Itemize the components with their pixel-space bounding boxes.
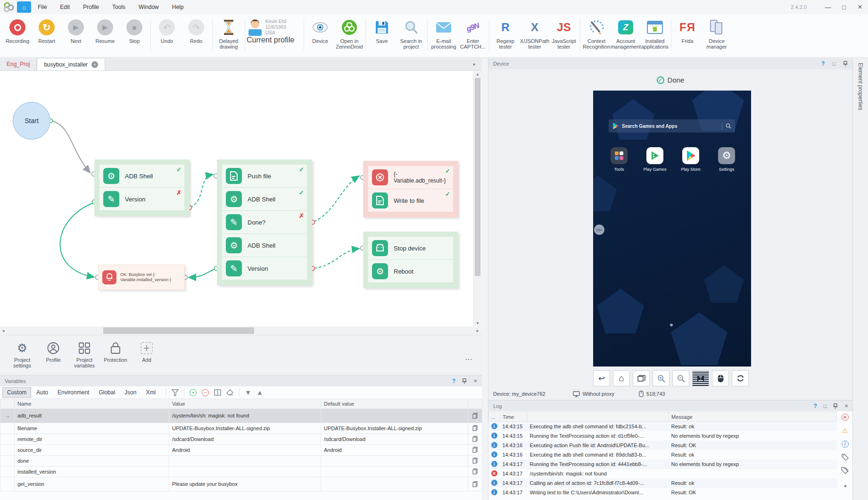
log-row[interactable]: i 14:43:17Writing text to file C:\Users\… (489, 488, 837, 497)
tab-xml[interactable]: Xml (141, 388, 160, 397)
installed-applications-button[interactable]: Installed applications (640, 18, 670, 50)
menu-edit[interactable]: Edit (53, 4, 76, 10)
log-row[interactable]: i 14:43:16Executing the adb shell comman… (489, 450, 837, 459)
maximize-panel-icon[interactable]: □ (832, 61, 835, 67)
scroll-up-icon[interactable]: ▲ (474, 71, 481, 77)
flow-node-write-to-file[interactable]: Write to file ✓ (368, 189, 453, 212)
pin-icon[interactable] (843, 61, 848, 67)
log-row[interactable]: i 14:43:15Executing the adb shell comman… (489, 422, 837, 431)
variable-row-source-dir[interactable]: source_dir AndroidAndroid (0, 444, 482, 455)
log-column-message[interactable]: Message (669, 412, 837, 422)
copy-icon[interactable] (468, 444, 482, 455)
flow-node-adb-shell[interactable]: ⚙ ADB Shell ✓ (99, 165, 184, 188)
back-button[interactable]: ↩ (593, 370, 610, 386)
remove-variable-icon[interactable]: − (202, 389, 209, 396)
next-button[interactable]: ▶ Next (61, 18, 91, 44)
filter-info-icon[interactable]: i (842, 441, 849, 448)
home-button[interactable]: ⌂ (17, 1, 31, 13)
filter-icon[interactable] (172, 389, 179, 396)
scroll-left-icon[interactable]: ◄ (843, 483, 847, 488)
mouse-mode-button[interactable] (712, 370, 729, 386)
email-processing-button[interactable]: E-mail processing (429, 18, 458, 50)
zoom-in-button[interactable] (653, 370, 670, 386)
close-icon[interactable]: × (473, 377, 477, 384)
vertical-scroll-thumb[interactable] (475, 78, 480, 276)
flow-node-alert[interactable]: OK: Busybox ver.{-Variable.installed_ver… (98, 265, 185, 290)
pin-icon[interactable] (833, 403, 838, 409)
columns-icon[interactable] (214, 389, 221, 396)
tag-icon[interactable] (842, 454, 849, 461)
log-row[interactable]: i 14:43:16Executing action Push file id:… (489, 441, 837, 450)
tab-eng-proj[interactable]: Eng_Proj (0, 58, 37, 70)
restart-button[interactable]: ↻ Restart (32, 18, 61, 44)
log-row-error[interactable]: ✕ 14:43:17/system/bin/sh: magisk: not fo… (489, 469, 837, 478)
javascript-tester-button[interactable]: JS JavaScript tester (549, 18, 579, 50)
variable-row-adb-result[interactable]: → adb_result /system/bin/sh: magisk: not… (0, 408, 482, 423)
context-recognition-button[interactable]: Context Recognition (582, 18, 611, 50)
copy-icon[interactable] (468, 477, 482, 491)
tab-json[interactable]: Json (120, 388, 141, 397)
tab-global[interactable]: Global (94, 388, 119, 397)
xjsonpath-tester-button[interactable]: X X/JSONPath tester (520, 18, 549, 50)
enter-captcha-button[interactable]: g9N Enter CAPTCH... (458, 18, 488, 50)
arrow-down-icon[interactable]: ▼ (245, 389, 251, 396)
variable-row-done[interactable]: done (0, 455, 482, 466)
copy-icon[interactable] (468, 455, 482, 466)
stop-button[interactable]: ■ Stop (120, 18, 149, 44)
flow-node-done[interactable]: ✎ Done? ✗ (222, 211, 307, 234)
element-properties-tab[interactable]: Element properties (852, 58, 868, 500)
log-row[interactable]: i 14:43:17Running the TextProcessing act… (489, 459, 837, 469)
log-row[interactable]: i 14:43:15Running the TextProcessing act… (489, 431, 837, 441)
flow-node-adb-shell-2[interactable]: ⚙ ADB Shell (222, 234, 307, 257)
column-value[interactable]: Value (169, 399, 321, 408)
recording-button[interactable]: Recording (3, 18, 32, 44)
variable-row-installed-version[interactable]: installed_version (0, 466, 482, 477)
flow-group-adb-version[interactable]: ⚙ ADB Shell ✓ ✎ Version ✗ (94, 159, 190, 216)
refresh-button[interactable] (732, 370, 749, 386)
start-node[interactable]: Start (13, 102, 50, 140)
window-close-button[interactable]: × (852, 1, 868, 13)
flow-canvas[interactable]: Start ⚙ ADB Shell ✓ ✎ Version ✗ Push fil… (0, 71, 473, 326)
profile-button[interactable]: Profile (38, 340, 69, 375)
copy-icon[interactable] (468, 466, 482, 477)
app-play-games[interactable]: Play Games (640, 147, 670, 172)
notification-badge[interactable]: 10+ (594, 225, 604, 235)
search-in-project-button[interactable]: Search in project (397, 18, 426, 50)
eraser-icon[interactable] (226, 389, 234, 396)
device-screen[interactable]: Search Games and Apps Tools (593, 91, 751, 367)
menu-file[interactable]: File (31, 4, 53, 10)
tab-custom[interactable]: Custom (2, 387, 31, 398)
scroll-down-icon[interactable]: ▼ (474, 320, 481, 326)
pin-icon[interactable] (462, 378, 467, 384)
tab-auto[interactable]: Auto (32, 388, 52, 397)
help-icon[interactable]: ? (821, 60, 825, 67)
log-row[interactable]: i 14:43:17Calling an alert of action id:… (489, 478, 837, 488)
more-actions-button[interactable]: … (465, 353, 473, 362)
app-tools[interactable]: Tools (604, 147, 634, 172)
window-minimize-button[interactable]: — (820, 1, 836, 13)
window-maximize-button[interactable]: □ (836, 1, 852, 13)
tab-busybox-installer[interactable]: busybox_installer × (37, 58, 105, 70)
help-icon[interactable]: ? (452, 378, 455, 384)
play-search-bar[interactable]: Search Games and Apps (609, 119, 735, 133)
undo-button[interactable]: ↶ Undo (152, 18, 182, 44)
flow-node-reboot[interactable]: ⚙ Reboot (368, 260, 453, 283)
flow-node-version[interactable]: ✎ Version ✗ (99, 188, 184, 211)
canvas-vertical-scrollbar[interactable]: ▲ ▼ (473, 71, 481, 326)
open-in-zennodroid-button[interactable]: Open in ZennoDroid (335, 18, 364, 50)
app-play-store[interactable]: Play Store (676, 147, 705, 172)
project-variables-button[interactable]: Project variables (69, 340, 100, 375)
flow-group-stop-reboot[interactable]: Stop device ⚙ Reboot (363, 232, 458, 288)
menu-window[interactable]: Window (132, 4, 165, 10)
menu-tools[interactable]: Tools (106, 4, 132, 10)
protection-button[interactable]: Protection (100, 340, 131, 375)
variable-row-get-version[interactable]: get_version Please update your busybox (0, 477, 482, 491)
add-action-button[interactable]: Add (131, 340, 162, 375)
tags-icon[interactable] (841, 467, 849, 475)
home-button-device[interactable]: ⌂ (613, 370, 630, 386)
tab-close-icon[interactable]: × (91, 61, 98, 68)
project-settings-button[interactable]: ⚙ Project settings (7, 340, 38, 375)
resume-button[interactable]: ▶ Resume (91, 18, 120, 44)
delayed-drawing-button[interactable]: Delayed drawing (214, 18, 243, 50)
copy-icon[interactable] (468, 408, 482, 423)
